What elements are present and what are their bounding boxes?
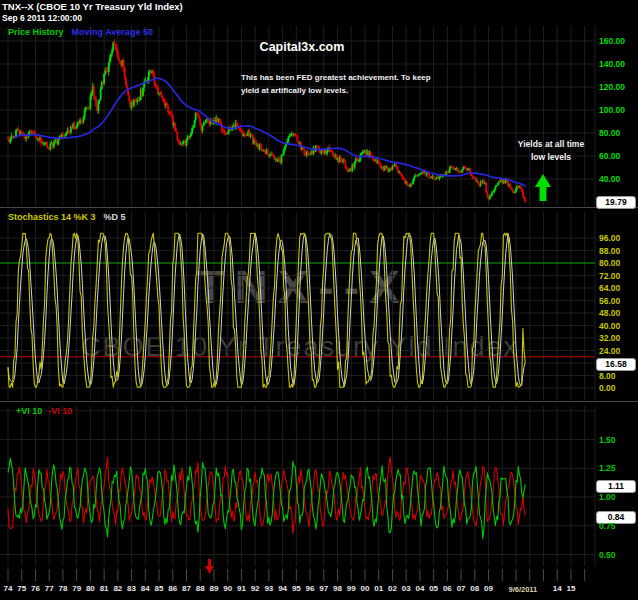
fed-annotation-line1: This has been FED greatest achievement. … — [241, 71, 431, 84]
vi-plus-legend-label[interactable]: +VI 10 — [16, 406, 42, 416]
price-history-legend-label[interactable]: Price History — [8, 27, 64, 37]
vi-minus-legend-label[interactable]: -VI 10 — [48, 406, 72, 416]
yields-annotation: Yields at all time low levels — [503, 138, 599, 164]
site-watermark: Capital3x.com — [240, 40, 364, 54]
yields-annotation-line1: Yields at all time — [503, 138, 599, 151]
price-panel-legend: Price HistoryMoving Average 50 — [8, 27, 153, 37]
fed-annotation: This has been FED greatest achievement. … — [241, 71, 431, 97]
price-last-value-badge: 19.79 — [596, 196, 636, 209]
stoch-last-value-badge: 16.58 — [596, 358, 636, 371]
vi-panel-legend: +VI 10-VI 10 — [16, 406, 72, 416]
panel-splitter-price-stoch[interactable] — [0, 207, 638, 208]
panel-splitter-stoch-vi[interactable] — [0, 401, 638, 402]
vi-plus-last-value-badge: 1.11 — [596, 480, 636, 493]
yields-annotation-line2: low levels — [503, 151, 599, 164]
red-marker-icon — [208, 559, 211, 567]
vi-minus-last-value-badge: 0.84 — [596, 511, 636, 524]
up-arrow-icon — [535, 174, 551, 201]
fed-annotation-line2: yield at artifically low levels. — [241, 84, 431, 97]
time-axis-strip[interactable] — [0, 568, 638, 600]
stochastics-legend-label[interactable]: Stochastics 14 %K 3 — [8, 212, 96, 222]
stochastics-d-legend-label[interactable]: %D 5 — [104, 212, 126, 222]
moving-average-legend-label[interactable]: Moving Average 50 — [72, 27, 153, 37]
charting-app-window: TNX--X (CBOE 10 Yr Treasury Yld Index) S… — [0, 0, 638, 600]
stochastics-panel-legend: Stochastics 14 %K 3%D 5 — [8, 212, 126, 222]
